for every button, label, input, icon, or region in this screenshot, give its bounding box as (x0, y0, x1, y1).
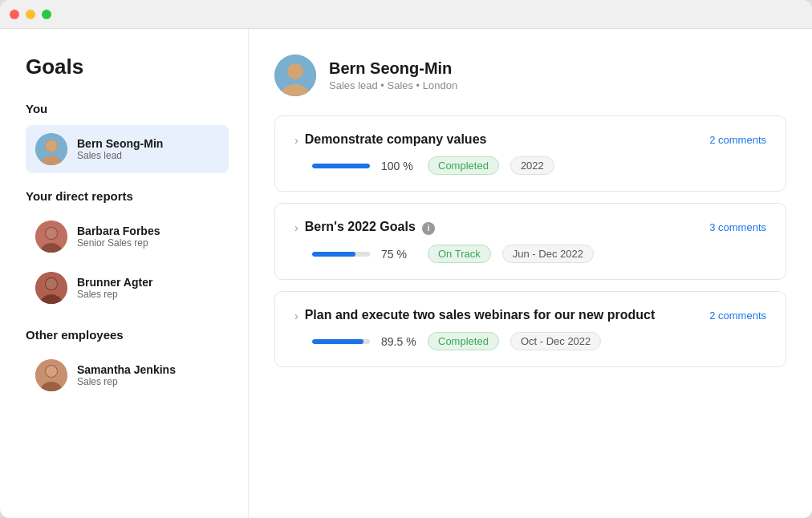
comments-link-1[interactable]: 3 comments (709, 221, 766, 233)
comments-link-2[interactable]: 2 comments (709, 310, 766, 322)
sidebar-bern-role: Sales lead (77, 150, 163, 161)
avatar-samantha (35, 359, 67, 391)
profile-avatar (274, 55, 316, 96)
app-window: Goals You Bern Seong-Min Sales lead (0, 0, 812, 518)
titlebar (0, 0, 812, 29)
svg-point-11 (46, 278, 57, 289)
sidebar-item-you[interactable]: Bern Seong-Min Sales lead (26, 125, 229, 173)
goal-card-0: › Demonstrate company values 2 comments … (274, 115, 786, 192)
svg-point-15 (46, 366, 57, 377)
sidebar-bern-name: Bern Seong-Min (77, 137, 163, 150)
sidebar-item-brunner[interactable]: Brunner Agter Sales rep (26, 264, 229, 312)
profile-header: Bern Seong-Min Sales lead • Sales • Lond… (274, 55, 786, 96)
profile-meta: Sales lead • Sales • London (329, 79, 457, 91)
profile-name: Bern Seong-Min (329, 59, 457, 78)
chevron-icon-1[interactable]: › (294, 221, 298, 234)
chevron-icon-2[interactable]: › (294, 310, 298, 322)
content-area: Goals You Bern Seong-Min Sales lead (0, 29, 812, 518)
goal-title-2: Plan and execute two sales webinars for … (305, 308, 710, 322)
sidebar-item-samantha[interactable]: Samantha Jenkins Sales rep (26, 351, 229, 399)
sidebar-item-info-barbara: Barbara Forbes Senior Sales rep (77, 225, 160, 249)
progress-fill-1 (312, 252, 355, 257)
svg-point-3 (46, 140, 57, 152)
avatar-bern (35, 133, 67, 165)
period-badge-2: Oct - Dec 2022 (510, 332, 601, 350)
chevron-icon-0[interactable]: › (294, 134, 298, 147)
profile-info: Bern Seong-Min Sales lead • Sales • Lond… (329, 59, 457, 91)
status-badge-1: On Track (428, 245, 491, 263)
sidebar-brunner-role: Sales rep (77, 289, 152, 300)
direct-reports-label: Your direct reports (26, 189, 229, 203)
sidebar-samantha-role: Sales rep (77, 376, 176, 387)
goal-title-text-1: Bern's 2022 Goals (305, 220, 416, 233)
sidebar-barbara-role: Senior Sales rep (77, 237, 160, 249)
goal-card-2: › Plan and execute two sales webinars fo… (274, 291, 786, 367)
svg-point-7 (46, 228, 57, 239)
comments-link-0[interactable]: 2 comments (709, 134, 766, 146)
progress-fill-2 (312, 339, 363, 344)
sidebar-barbara-name: Barbara Forbes (77, 225, 160, 237)
progress-bar-0 (312, 164, 370, 168)
progress-bar-1 (312, 252, 370, 257)
maximize-button[interactable] (42, 10, 51, 19)
sidebar-item-info-bern: Bern Seong-Min Sales lead (77, 137, 163, 161)
sidebar-item-barbara[interactable]: Barbara Forbes Senior Sales rep (26, 212, 229, 261)
period-badge-0: 2022 (510, 156, 554, 175)
sidebar-item-info-brunner: Brunner Agter Sales rep (77, 276, 152, 300)
avatar-barbara (35, 221, 67, 253)
avatar-brunner (35, 272, 67, 304)
status-badge-0: Completed (428, 156, 499, 175)
progress-pct-1: 75 % (381, 248, 416, 261)
main-content: Bern Seong-Min Sales lead • Sales • Lond… (249, 29, 812, 518)
you-section-label: You (26, 102, 229, 115)
page-title: Goals (26, 55, 229, 79)
period-badge-1: Jun - Dec 2022 (502, 245, 594, 263)
sidebar-item-info-samantha: Samantha Jenkins Sales rep (77, 363, 176, 387)
goal-title-0: Demonstrate company values (305, 132, 710, 147)
minimize-button[interactable] (26, 10, 35, 19)
sidebar-brunner-name: Brunner Agter (77, 276, 152, 289)
progress-bar-2 (312, 339, 370, 344)
svg-point-17 (287, 63, 303, 79)
progress-fill-0 (312, 164, 370, 168)
info-icon-1[interactable]: i (422, 222, 435, 235)
other-employees-label: Other employees (26, 328, 229, 342)
progress-pct-0: 100 % (381, 160, 416, 172)
goal-title-1: Bern's 2022 Goals i (305, 220, 710, 235)
progress-pct-2: 89.5 % (381, 335, 416, 348)
close-button[interactable] (10, 10, 19, 19)
sidebar-samantha-name: Samantha Jenkins (77, 363, 176, 376)
status-badge-2: Completed (428, 332, 499, 350)
sidebar: Goals You Bern Seong-Min Sales lead (0, 29, 249, 518)
goal-card-1: › Bern's 2022 Goals i 3 comments 75 % On… (274, 203, 786, 280)
